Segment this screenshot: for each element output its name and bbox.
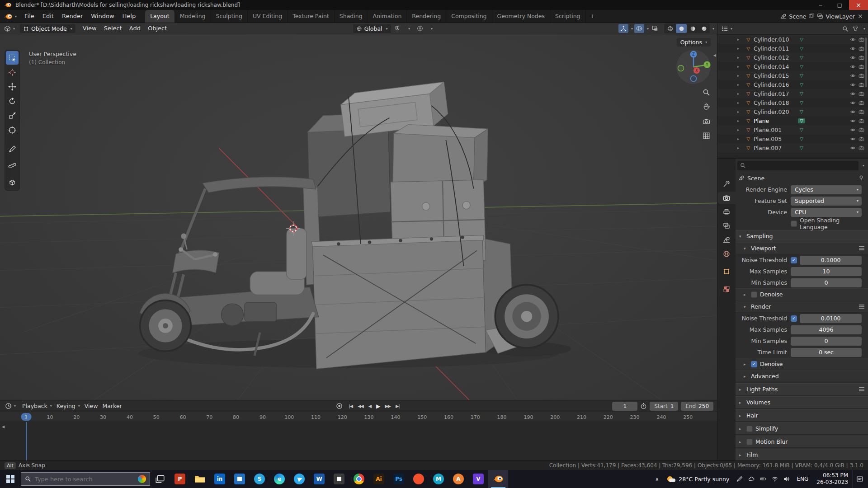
chevron-down-icon[interactable]: ▾ xyxy=(647,27,649,31)
frame-start-field[interactable]: Start1 xyxy=(650,402,678,411)
chevron-down-icon[interactable]: ▾ xyxy=(712,27,714,31)
expand-arrow-icon[interactable]: ▸ xyxy=(737,128,743,132)
minimize-button[interactable]: ─ xyxy=(811,0,830,10)
snap-toggle[interactable] xyxy=(392,24,402,33)
expand-arrow-icon[interactable]: ▸ xyxy=(737,47,743,51)
disable-in-render-icon[interactable] xyxy=(859,109,864,115)
hide-in-viewport-icon[interactable] xyxy=(850,91,856,97)
panel-light-paths[interactable]: ▸Light Paths xyxy=(736,383,868,395)
properties-tab-view-layer[interactable] xyxy=(717,220,736,232)
orientation-dropdown[interactable]: Global ▾ xyxy=(353,24,391,33)
gizmo-z-handle[interactable]: Z xyxy=(692,52,695,56)
playhead[interactable] xyxy=(26,422,27,460)
tool-cursor[interactable] xyxy=(6,66,19,79)
panel-advanced[interactable]: ▸Advanced xyxy=(736,370,868,382)
disable-in-render-icon[interactable] xyxy=(859,91,864,97)
outliner-item-cylinder-020[interactable]: ▸▽Cylinder.020▽ xyxy=(717,107,868,116)
taskbar-app-word[interactable]: W xyxy=(309,470,329,488)
taskbar-app-linkedin[interactable]: in xyxy=(210,470,230,488)
hide-in-viewport-icon[interactable] xyxy=(850,55,856,61)
checkbox[interactable] xyxy=(791,221,797,227)
taskbar-app-task-view[interactable] xyxy=(150,470,170,488)
checkbox[interactable] xyxy=(746,426,753,432)
noise-threshold-field[interactable]: 0.1000 xyxy=(800,256,862,265)
disable-in-render-icon[interactable] xyxy=(859,136,864,142)
hide-in-viewport-icon[interactable] xyxy=(850,73,856,79)
action-center-button[interactable] xyxy=(852,470,868,488)
taskbar-app-teal-app[interactable]: M xyxy=(429,470,448,488)
navigation-gizmo[interactable]: Z Y X xyxy=(675,49,712,85)
properties-tab-object[interactable] xyxy=(717,265,736,278)
disable-in-render-icon[interactable] xyxy=(859,64,864,70)
prev-keyframe-button[interactable]: ◀◀ xyxy=(355,403,366,409)
taskbar-app-blender[interactable] xyxy=(488,470,508,488)
outliner-scrollbar[interactable] xyxy=(865,38,867,87)
hide-in-viewport-icon[interactable] xyxy=(850,118,856,124)
hide-in-viewport-icon[interactable] xyxy=(850,46,856,52)
ortho-grid-icon[interactable] xyxy=(702,131,711,140)
next-keyframe-button[interactable]: ▶▶ xyxy=(382,403,393,409)
maximize-button[interactable]: □ xyxy=(830,0,849,10)
properties-tab-world[interactable] xyxy=(717,248,736,260)
workspace-tab-texture-paint[interactable]: Texture Paint xyxy=(288,10,335,23)
auto-keying-toggle[interactable] xyxy=(335,403,344,409)
outliner-item-cylinder-015[interactable]: ▸▽Cylinder.015▽ xyxy=(717,71,868,80)
expand-arrow-icon[interactable]: ▸ xyxy=(737,74,743,78)
outliner-editor-button[interactable]: ▾ xyxy=(720,25,734,32)
disable-in-render-icon[interactable] xyxy=(859,118,864,124)
show-overlays-toggle[interactable] xyxy=(634,24,644,33)
taskbar-app-purple-app[interactable]: V xyxy=(468,470,488,488)
language-indicator[interactable]: ENG xyxy=(793,476,812,482)
panel-hair[interactable]: ▸Hair xyxy=(736,409,868,422)
disable-in-render-icon[interactable] xyxy=(859,145,864,151)
expand-arrow-icon[interactable]: ▸ xyxy=(737,137,743,141)
properties-tab-scene[interactable] xyxy=(717,234,736,246)
viewlayer-icon[interactable] xyxy=(817,13,823,19)
panel-sampling[interactable]: ▾Sampling xyxy=(736,230,868,242)
menu-window[interactable]: Window xyxy=(87,10,118,23)
feature-set-dropdown[interactable]: Supported▾ xyxy=(791,197,862,206)
wifi-icon[interactable] xyxy=(769,476,781,482)
tool-options-button[interactable]: Options▾ xyxy=(677,38,711,47)
tool-select-box[interactable] xyxy=(6,51,19,65)
shading-solid-button[interactable] xyxy=(676,24,687,33)
properties-options-chevron[interactable]: ▾ xyxy=(863,164,864,168)
add-workspace-button[interactable]: + xyxy=(586,10,600,23)
tool-rotate[interactable] xyxy=(6,94,19,108)
menu-edit[interactable]: Edit xyxy=(38,10,58,23)
properties-search-field[interactable] xyxy=(737,161,859,170)
taskbar-app-powerpoint[interactable]: P xyxy=(170,470,190,488)
properties-tab-output[interactable] xyxy=(717,206,736,218)
current-frame-field[interactable]: 1 xyxy=(612,402,637,411)
properties-tab-texture[interactable] xyxy=(717,283,736,296)
checkbox[interactable]: ✓ xyxy=(791,257,797,263)
workspace-tab-rendering[interactable]: Rendering xyxy=(407,10,446,23)
outliner-filter-icon[interactable] xyxy=(852,26,859,32)
show-gizmo-toggle[interactable] xyxy=(618,24,628,33)
workspace-tab-modeling[interactable]: Modeling xyxy=(175,10,211,23)
min-samples-field[interactable]: 0 xyxy=(791,337,862,346)
taskbar-search-input[interactable] xyxy=(35,476,134,483)
taskbar-app-mail-app[interactable] xyxy=(230,470,250,488)
workspace-tab-sculpting[interactable]: Sculpting xyxy=(211,10,248,23)
taskbar-clock[interactable]: 06:53 PM 26-03-2023 xyxy=(812,472,852,486)
remove-viewlayer-icon[interactable] xyxy=(857,13,863,19)
checkbox[interactable]: ✓ xyxy=(751,361,757,367)
panel-menu-icon[interactable] xyxy=(859,387,864,391)
panel-denoise[interactable]: ▸✓Denoise xyxy=(736,358,868,370)
outliner-item-plane-005[interactable]: ▸▽Plane.005▽ xyxy=(717,134,868,143)
panel-film[interactable]: ▸Film xyxy=(736,449,868,460)
taskbar-app-edge[interactable]: e xyxy=(269,470,289,488)
workspace-tab-shading[interactable]: Shading xyxy=(335,10,368,23)
hide-in-viewport-icon[interactable] xyxy=(850,64,856,70)
panel-render[interactable]: ▾Render xyxy=(736,300,868,313)
chevron-down-icon[interactable]: ▾ xyxy=(863,27,865,31)
region-resize-arrow[interactable]: ◀ xyxy=(713,53,716,57)
outliner-search-icon[interactable] xyxy=(842,26,849,32)
camera-view-icon[interactable] xyxy=(702,117,711,126)
tool-move[interactable] xyxy=(6,80,19,94)
taskbar-app-orange-app[interactable] xyxy=(409,470,429,488)
shading-material-button[interactable] xyxy=(687,24,698,33)
outliner-item-plane-007[interactable]: ▸▽Plane.007▽ xyxy=(717,143,868,152)
timeline-menu-playback[interactable]: Playback▾ xyxy=(20,403,54,409)
